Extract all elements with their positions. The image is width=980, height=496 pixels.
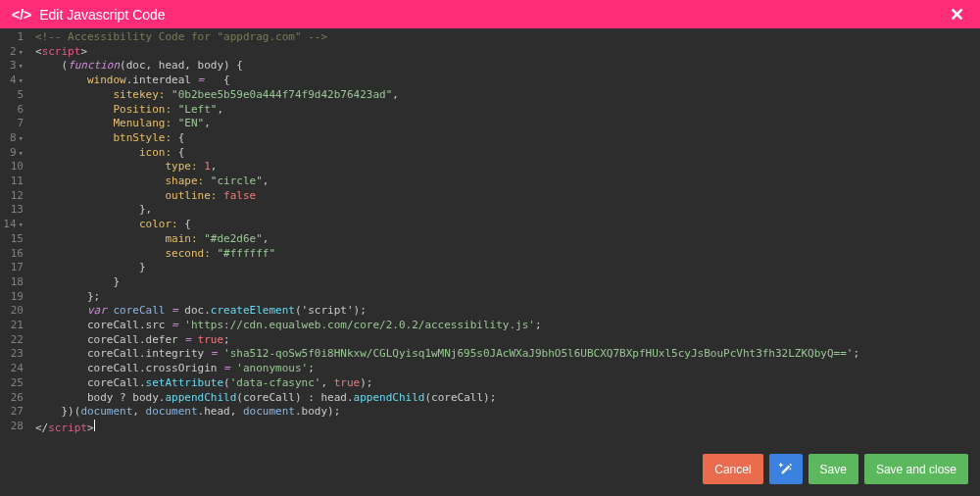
magic-wand-icon: [779, 461, 793, 474]
magic-wand-button[interactable]: [769, 454, 803, 484]
code-icon: </>: [12, 7, 31, 23]
modal-footer: Cancel Save Save and close: [0, 446, 980, 496]
code-editor[interactable]: 1 2▾ 3▾ 4▾ 5 6 7 8▾ 9▾ 10 11 12 13 14▾ 1…: [0, 28, 980, 446]
line-gutter: 1 2▾ 3▾ 4▾ 5 6 7 8▾ 9▾ 10 11 12 13 14▾ 1…: [0, 28, 29, 446]
save-button[interactable]: Save: [808, 454, 858, 484]
cancel-button[interactable]: Cancel: [703, 454, 762, 484]
close-icon[interactable]: ✕: [946, 4, 968, 25]
modal-title: Edit Javascript Code: [39, 7, 946, 23]
modal-header: </> Edit Javascript Code ✕: [0, 0, 980, 28]
code-content[interactable]: <!-- Accessibility Code for "appdrag.com…: [29, 28, 980, 446]
save-and-close-button[interactable]: Save and close: [864, 454, 968, 484]
